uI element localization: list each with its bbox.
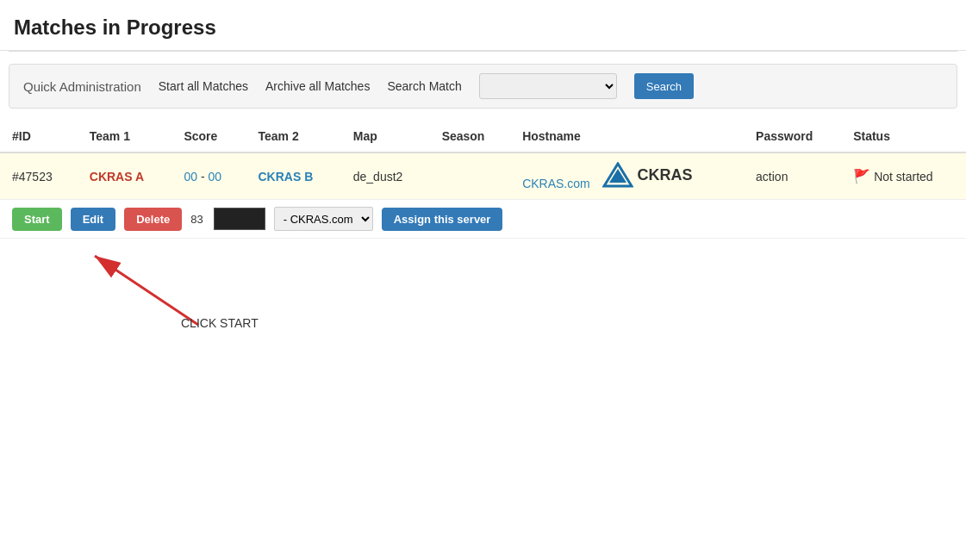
match-hostname: CKRAS.com CKRAS: [510, 152, 744, 200]
status-text: Not started: [874, 170, 932, 184]
click-start-text: CLICK START: [181, 316, 259, 330]
team2-link[interactable]: CKRAS B: [258, 170, 313, 184]
status-icon: 🚩: [853, 168, 870, 184]
search-button[interactable]: Search: [634, 73, 694, 99]
server-prefix: 83: [190, 213, 203, 226]
arrow-svg: [26, 239, 284, 351]
archive-all-matches-link[interactable]: Archive all Matches: [265, 79, 370, 93]
col-season: Season: [430, 121, 511, 152]
action-row-cell: Start Edit Delete 83 - CKRAS.com Assign …: [0, 200, 966, 239]
server-select[interactable]: - CKRAS.com: [274, 207, 373, 231]
edit-button[interactable]: Edit: [71, 208, 116, 231]
annotation-container: CLICK START: [0, 239, 966, 351]
col-team1: Team 1: [78, 121, 172, 152]
action-row-content: Start Edit Delete 83 - CKRAS.com Assign …: [12, 207, 954, 231]
start-button[interactable]: Start: [12, 208, 62, 231]
col-password: Password: [744, 121, 841, 152]
ckras-text: CKRAS: [638, 166, 693, 184]
ckras-logo: CKRAS: [602, 162, 693, 188]
search-match-label: Search Match: [387, 79, 461, 93]
click-start-annotation: CLICK START: [181, 316, 259, 330]
server-input[interactable]: [214, 208, 265, 230]
table-row: #47523 CKRAS A 00 - 00 CKRAS B de_dust2 …: [0, 152, 966, 200]
col-map: Map: [341, 121, 430, 152]
ckras-logo-icon: [602, 162, 633, 188]
quick-admin-label: Quick Administration: [23, 79, 141, 94]
match-id: #47523: [0, 152, 78, 200]
assign-server-button[interactable]: Assign this server: [382, 208, 503, 231]
col-status: Status: [841, 121, 966, 152]
match-status: 🚩 Not started: [841, 152, 966, 200]
col-id: #ID: [0, 121, 78, 152]
divider: [9, 51, 957, 52]
match-map: de_dust2: [341, 152, 430, 200]
col-score: Score: [171, 121, 246, 152]
score2-link[interactable]: 00: [208, 170, 221, 184]
table-header-row: #ID Team 1 Score Team 2 Map Season Hostn…: [0, 121, 966, 152]
match-team2: CKRAS B: [246, 152, 340, 200]
start-all-matches-link[interactable]: Start all Matches: [159, 79, 248, 93]
quick-admin-bar: Quick Administration Start all Matches A…: [9, 64, 957, 109]
match-team1: CKRAS A: [78, 152, 172, 200]
matches-table: #ID Team 1 Score Team 2 Map Season Hostn…: [0, 121, 966, 239]
page-title-section: Matches in Progress: [0, 0, 966, 51]
score1-link[interactable]: 00: [184, 170, 197, 184]
team1-link[interactable]: CKRAS A: [90, 170, 144, 184]
search-match-select[interactable]: [479, 73, 617, 99]
action-row: Start Edit Delete 83 - CKRAS.com Assign …: [0, 200, 966, 239]
col-hostname: Hostname: [510, 121, 744, 152]
match-score: 00 - 00: [171, 152, 246, 200]
match-password: action: [744, 152, 841, 200]
svg-line-2: [95, 256, 198, 325]
delete-button[interactable]: Delete: [124, 208, 182, 231]
col-team2: Team 2: [246, 121, 340, 152]
page-title: Matches in Progress: [14, 16, 952, 40]
match-season: [430, 152, 511, 200]
hostname-link[interactable]: CKRAS.com: [522, 177, 590, 190]
